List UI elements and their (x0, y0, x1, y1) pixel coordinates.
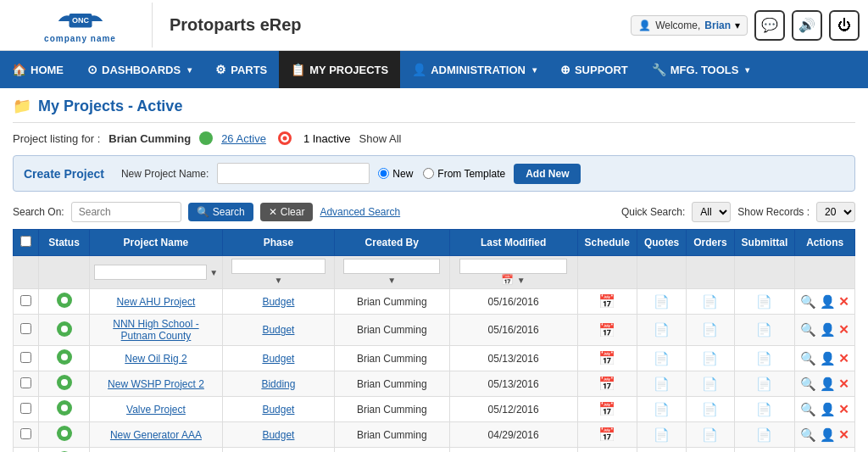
phase-link[interactable]: Budget (262, 429, 294, 441)
row-checkbox[interactable] (20, 377, 31, 388)
row-last-modified: 04/29/2016 (449, 422, 577, 448)
action-delete-icon[interactable]: ✕ (838, 294, 849, 309)
app-header: ONC company name Protoparts eRep 👤 Welco… (0, 0, 868, 51)
project-name-link[interactable]: Valve Project (126, 404, 186, 416)
row-checkbox[interactable] (20, 428, 31, 439)
action-delete-icon[interactable]: ✕ (838, 351, 849, 366)
project-name-link[interactable]: New WSHP Project 2 (108, 378, 204, 390)
action-person-icon[interactable]: 👤 (820, 351, 836, 366)
orders-doc-icon[interactable]: 📄 (702, 294, 718, 309)
quotes-doc-icon[interactable]: 📄 (654, 294, 670, 309)
quotes-doc-icon[interactable]: 📄 (654, 402, 670, 416)
exit-button[interactable]: ⏻ (829, 10, 860, 41)
action-person-icon[interactable]: 👤 (820, 402, 836, 416)
show-all-button[interactable]: Show All (359, 132, 402, 145)
active-count-link[interactable]: 26 Active (221, 132, 266, 145)
schedule-calendar-icon[interactable]: 📅 (598, 323, 615, 338)
action-search-icon[interactable]: 🔍 (800, 322, 816, 337)
action-delete-icon[interactable]: ✕ (838, 377, 849, 391)
add-new-button[interactable]: Add New (514, 164, 581, 184)
quick-search-select[interactable]: All (692, 202, 731, 222)
nav-home[interactable]: 🏠 HOME (0, 51, 75, 88)
row-checkbox[interactable] (20, 352, 31, 363)
submittal-doc-icon[interactable]: 📄 (756, 427, 772, 442)
welcome-box[interactable]: 👤 Welcome, Brian ▾ (631, 15, 748, 36)
action-search-icon[interactable]: 🔍 (800, 427, 816, 442)
quotes-doc-icon[interactable]: 📄 (654, 351, 670, 366)
schedule-calendar-icon[interactable]: 📅 (598, 351, 615, 366)
template-radio-option[interactable]: From Template (423, 168, 505, 180)
row-checkbox[interactable] (20, 295, 31, 306)
quotes-doc-icon[interactable]: 📄 (654, 377, 670, 391)
row-quotes: 📄 (637, 315, 686, 346)
schedule-calendar-icon[interactable]: 📅 (598, 427, 615, 442)
nav-support[interactable]: ⊕ SUPPORT (548, 51, 640, 88)
clear-button[interactable]: ✕ Clear (260, 203, 314, 221)
phase-link[interactable]: Bidding (261, 378, 295, 390)
modified-filter-input[interactable] (459, 259, 568, 274)
orders-doc-icon[interactable]: 📄 (702, 402, 718, 416)
orders-doc-icon[interactable]: 📄 (702, 322, 718, 337)
orders-doc-icon[interactable]: 📄 (702, 377, 718, 391)
action-search-icon[interactable]: 🔍 (800, 294, 816, 309)
advanced-search-link[interactable]: Advanced Search (320, 206, 400, 218)
project-name-link[interactable]: New AHU Project (117, 296, 196, 308)
submittal-doc-icon[interactable]: 📄 (756, 322, 772, 337)
action-delete-icon[interactable]: ✕ (838, 402, 849, 416)
row-schedule: 📅 (577, 289, 637, 315)
new-radio-input[interactable] (378, 168, 389, 179)
row-checkbox[interactable] (20, 403, 31, 414)
nav-mfg-tools[interactable]: 🔧 MFG. TOOLS ▾ (640, 51, 762, 88)
new-radio-option[interactable]: New (378, 168, 413, 180)
search-input[interactable] (71, 202, 181, 222)
orders-doc-icon[interactable]: 📄 (702, 351, 718, 366)
action-search-icon[interactable]: 🔍 (800, 351, 816, 366)
search-button[interactable]: 🔍 Search (188, 203, 253, 221)
create-project-label: Create Project (24, 167, 104, 181)
phase-link[interactable]: Budget (262, 404, 294, 416)
submittal-doc-icon[interactable]: 📄 (756, 377, 772, 391)
quick-search-label: Quick Search: (621, 206, 685, 218)
nav-my-projects[interactable]: 📋 MY PROJECTS (279, 51, 400, 88)
chat-button[interactable]: 💬 (754, 10, 785, 41)
created-by-filter-input[interactable] (343, 259, 440, 274)
template-radio-label: From Template (437, 168, 505, 180)
nav-dashboards[interactable]: ⊙ DASHBOARDS ▾ (75, 51, 203, 88)
submittal-doc-icon[interactable]: 📄 (756, 294, 772, 309)
action-search-icon[interactable]: 🔍 (800, 377, 816, 391)
project-name-link[interactable]: New Generator AAA (110, 429, 202, 441)
action-delete-icon[interactable]: ✕ (838, 322, 849, 337)
quotes-doc-icon[interactable]: 📄 (654, 427, 670, 442)
action-person-icon[interactable]: 👤 (820, 427, 836, 442)
action-search-icon[interactable]: 🔍 (800, 402, 816, 416)
action-person-icon[interactable]: 👤 (820, 322, 836, 337)
template-radio-input[interactable] (423, 168, 434, 179)
audio-button[interactable]: 🔊 (792, 10, 822, 41)
phase-filter-input[interactable] (231, 259, 326, 274)
schedule-calendar-icon[interactable]: 📅 (598, 377, 615, 391)
orders-doc-icon[interactable]: 📄 (702, 427, 718, 442)
table-header-row: Status Project Name Phase Created By Las… (14, 230, 855, 256)
show-records-select[interactable]: 20 (816, 202, 855, 222)
row-project-name: NNN High School - Putnam County (90, 315, 223, 346)
row-checkbox[interactable] (20, 323, 31, 334)
quotes-doc-icon[interactable]: 📄 (654, 322, 670, 337)
project-name-link[interactable]: New Oil Rig 2 (125, 353, 186, 365)
action-person-icon[interactable]: 👤 (820, 377, 836, 391)
action-delete-icon[interactable]: ✕ (838, 427, 849, 442)
submittal-doc-icon[interactable]: 📄 (756, 351, 772, 366)
nav-parts[interactable]: ⚙ PARTS (203, 51, 279, 88)
project-name-link[interactable]: NNN High School - Putnam County (113, 318, 198, 342)
submittal-doc-icon[interactable]: 📄 (756, 402, 772, 416)
new-project-name-input[interactable] (217, 163, 370, 184)
row-schedule: 📅 (577, 422, 637, 448)
name-filter-input[interactable] (94, 265, 207, 280)
select-all-checkbox[interactable] (20, 236, 31, 247)
nav-administration[interactable]: 👤 ADMINISTRATION ▾ (400, 51, 548, 88)
phase-link[interactable]: Budget (262, 324, 294, 336)
schedule-calendar-icon[interactable]: 📅 (598, 294, 615, 309)
phase-link[interactable]: Budget (262, 353, 294, 365)
phase-link[interactable]: Budget (262, 296, 294, 308)
schedule-calendar-icon[interactable]: 📅 (598, 402, 615, 416)
action-person-icon[interactable]: 👤 (820, 294, 836, 309)
